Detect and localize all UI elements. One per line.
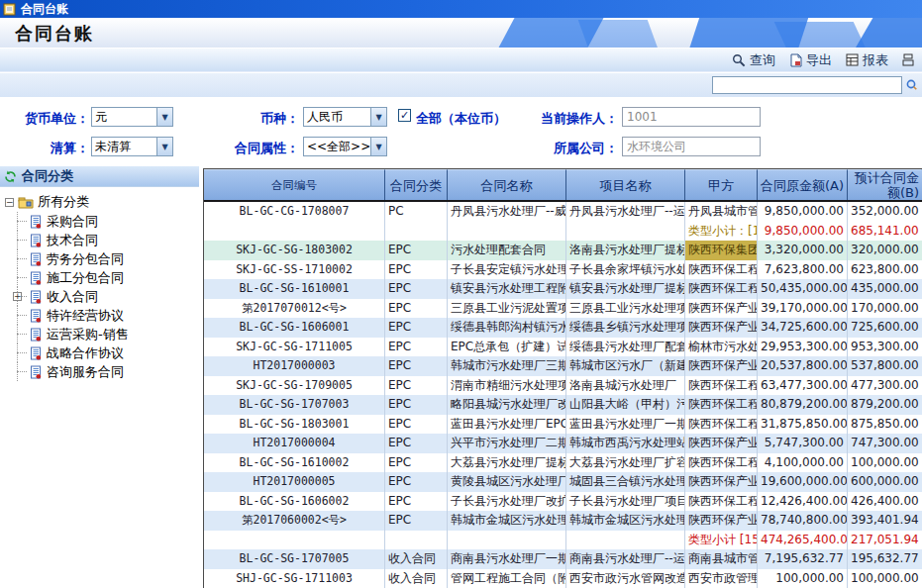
cell-no[interactable]: SKJ-GC-SG-1803002 xyxy=(204,241,385,260)
cell-proj[interactable]: 镇安县污水处理厂提标 xyxy=(566,279,685,299)
cell-party[interactable]: 榆林市污水处理 xyxy=(685,338,758,357)
cell-a[interactable]: 63,477,300.00 xyxy=(758,376,848,396)
cell-cat[interactable]: EPC xyxy=(385,338,448,357)
cell-a[interactable]: 4,100,000.00 xyxy=(758,453,848,473)
table-row[interactable]: SHJ-GC-SG-1711003收入合同管网工程施工合同（附西安市政污水管网改… xyxy=(204,569,922,588)
cell-a[interactable]: 39,170,000.00 xyxy=(758,299,848,319)
cell-party[interactable]: 类型小计：[1] xyxy=(685,222,758,242)
cell-a[interactable]: 50,435,000.00 xyxy=(758,279,848,299)
cell-b[interactable]: 477,300.00 xyxy=(848,376,921,396)
cell-proj[interactable] xyxy=(566,531,685,550)
cell-proj[interactable]: 绥德县乡镇污水处理项 xyxy=(566,318,685,338)
cell-party[interactable]: 陕西环保工程 xyxy=(685,376,758,396)
cell-b[interactable]: 747,300.00 xyxy=(848,434,921,453)
cell-no[interactable]: HT2017000005 xyxy=(204,472,385,492)
cell-cat[interactable]: EPC xyxy=(385,241,448,260)
cell-b[interactable]: 537,800.00 xyxy=(848,356,921,376)
table-row[interactable]: BL-GC-SG-1803001EPC蓝田县污水处理厂EPC总蓝田县污水处理厂一… xyxy=(204,415,922,435)
dropdown-arrow-icon[interactable]: ▼ xyxy=(156,108,172,126)
cell-a[interactable]: 100,000.00 xyxy=(758,569,848,588)
export-button[interactable]: 导出 xyxy=(789,51,832,69)
cell-cat[interactable]: 收入合同 xyxy=(385,549,448,569)
dropdown-arrow-icon[interactable]: ▼ xyxy=(156,138,172,155)
column-header-contract-name[interactable]: 合同名称 xyxy=(448,169,566,200)
cell-party[interactable]: 陕西环保工程 xyxy=(685,492,758,512)
cell-cat[interactable]: EPC xyxy=(385,299,448,319)
cell-a[interactable]: 78,740,800.00 xyxy=(758,511,848,531)
cell-party[interactable]: 丹凤县城市管 xyxy=(685,202,758,222)
cell-party[interactable]: 陕西环保产业 xyxy=(685,299,758,319)
cell-b[interactable]: 600,000.00 xyxy=(848,472,921,492)
lookup-icon[interactable] xyxy=(906,79,917,90)
table-row[interactable]: BL-GC-SG-1606001EPC绥德县韩郎沟村镇污水绥德县乡镇污水处理项陕… xyxy=(204,318,922,338)
cell-proj[interactable]: 山阳县大峪（甲村）污水 xyxy=(566,395,685,415)
cell-proj[interactable]: 韩城市区污水厂（新建工 xyxy=(566,356,685,376)
cell-b[interactable]: 320,000.00 xyxy=(848,241,921,260)
cell-proj[interactable]: 韩城市金城区污水处理 xyxy=(566,511,685,531)
table-row[interactable]: HT2017000005EPC黄陵县城区污水处理厂城固县三合镇污水处理陕西环保产… xyxy=(204,472,922,492)
cell-party[interactable]: 陕西环保产业 xyxy=(685,356,758,376)
table-row[interactable]: BL-GC-CG-1708007PC丹凤县污水处理厂--威丹凤县污水处理厂--运… xyxy=(204,202,922,222)
cell-no[interactable]: BL-GC-CG-1708007 xyxy=(204,202,385,222)
cell-no[interactable]: BL-GC-SG-1606002 xyxy=(204,492,385,512)
cell-name[interactable]: 蓝田县污水处理厂EPC总 xyxy=(448,415,566,435)
cell-a[interactable]: 29,953,300.00 xyxy=(758,338,848,357)
cell-b[interactable]: 623,800.00 xyxy=(848,260,921,280)
cell-name[interactable]: 韩城市污水处理厂三期 xyxy=(448,356,566,376)
cell-proj[interactable]: 大荔县污水处理厂扩容 xyxy=(566,453,685,473)
cell-no[interactable]: BL-GC-SG-1610001 xyxy=(204,279,385,299)
column-header-amount-b[interactable]: 预计合同金额(B) xyxy=(848,169,921,200)
cell-proj[interactable]: 洛南县城污水处理厂 xyxy=(566,376,685,396)
cell-b[interactable]: 879,200.00 xyxy=(848,395,921,415)
table-row[interactable]: SKJ-GC-SG-1711005EPCEPC总承包（扩建）试奠绥德县污水处理厂… xyxy=(204,338,922,357)
cell-party[interactable]: 陕西环保集团 xyxy=(685,241,758,260)
quick-search-input[interactable] xyxy=(712,76,902,94)
plus-box-icon[interactable]: + xyxy=(13,292,22,301)
cell-cat[interactable]: PC xyxy=(385,202,448,222)
cell-cat[interactable]: EPC xyxy=(385,279,448,299)
cell-party[interactable]: 陕西环保产业 xyxy=(685,511,758,531)
currency-unit-select[interactable]: 元 ▼ xyxy=(91,107,173,127)
cell-no[interactable]: SKJ-GC-SS-1710002 xyxy=(204,260,385,280)
cell-cat[interactable]: EPC xyxy=(385,415,448,435)
cell-a[interactable]: 80,879,200.00 xyxy=(758,395,848,415)
cell-name[interactable]: 子长县污水处理厂改扩 xyxy=(448,492,566,512)
cell-proj[interactable]: 子长县余家坪镇污水处 xyxy=(566,260,685,280)
cell-proj[interactable]: 丹凤县污水处理厂--运 xyxy=(566,202,685,222)
cell-name[interactable]: 略阳县城污水处理厂改 xyxy=(448,395,566,415)
cell-no[interactable]: HT2017000004 xyxy=(204,434,385,453)
cell-cat[interactable]: EPC xyxy=(385,434,448,453)
cell-cat[interactable]: EPC xyxy=(385,472,448,492)
sidebar-item[interactable]: +收入合同 xyxy=(5,287,199,306)
cell-proj[interactable] xyxy=(566,222,685,242)
cell-b[interactable]: 393,401.94 xyxy=(848,511,921,531)
cell-party[interactable]: 类型小计 [15] xyxy=(685,531,758,550)
cell-party[interactable]: 陕西环保工程 xyxy=(685,279,758,299)
cell-name[interactable]: 子长县安定镇污水处理 xyxy=(448,260,566,280)
cell-proj[interactable]: 韩城市西禹污水处理站 xyxy=(566,434,685,453)
cell-cat[interactable]: EPC xyxy=(385,492,448,512)
dropdown-arrow-icon[interactable]: ▼ xyxy=(370,138,386,155)
cell-b[interactable]: 685,141.00 xyxy=(848,222,921,242)
table-row[interactable]: BL-GC-SG-1610002EPC大荔县污水处理厂提标大荔县污水处理厂扩容陕… xyxy=(204,453,922,473)
cell-proj[interactable]: 西安市政污水管网改造 xyxy=(566,569,685,588)
cell-name[interactable]: 韩城市金城区污水处理 xyxy=(448,511,566,531)
cell-b[interactable]: 195,632.77 xyxy=(848,549,921,569)
cell-b[interactable]: 426,400.00 xyxy=(848,492,921,512)
cell-name[interactable] xyxy=(448,531,566,550)
cell-cat[interactable]: EPC xyxy=(385,453,448,473)
cell-cat[interactable]: EPC xyxy=(385,511,448,531)
contract-attr-select[interactable]: <<全部>> ▼ xyxy=(303,137,387,156)
table-row[interactable]: 第2017070012<号>EPC三原县工业污泥处置项三原县工业污水处理项陕西环… xyxy=(204,299,922,319)
cell-name[interactable]: 大荔县污水处理厂提标 xyxy=(448,453,566,473)
cell-no[interactable]: BL-GC-SG-1606001 xyxy=(204,318,385,338)
query-button[interactable]: 查询 xyxy=(732,51,775,69)
table-row[interactable]: HT2017000003EPC韩城市污水处理厂三期韩城市区污水厂（新建工陕西环保… xyxy=(204,356,922,376)
subtotal-row[interactable]: 类型小计：[1]9,850,000.00685,141.00 xyxy=(204,222,922,242)
cell-no[interactable]: BL-GC-SG-1803001 xyxy=(204,415,385,435)
cell-name[interactable]: 渭南市精细污水处理项 xyxy=(448,376,566,396)
cell-name[interactable]: 污水处理配套合同 xyxy=(448,241,566,260)
table-row[interactable]: SKJ-GC-SS-1710002EPC子长县安定镇污水处理子长县余家坪镇污水处… xyxy=(204,260,922,280)
table-row[interactable]: BL-GC-SG-1707005收入合同商南县污水处理厂一期商南县污水处理厂--… xyxy=(204,549,922,569)
sidebar-item[interactable]: 劳务分包合同 xyxy=(5,249,199,268)
